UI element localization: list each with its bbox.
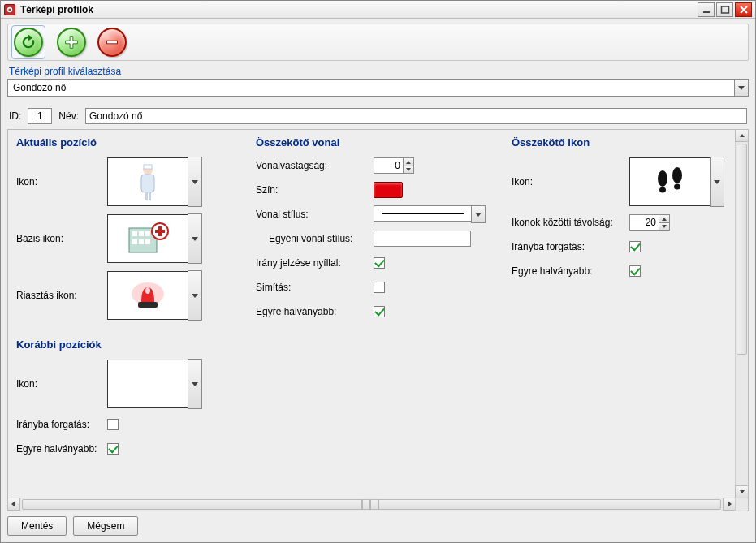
toolbar bbox=[7, 24, 749, 61]
horizontal-scrollbar[interactable]: ┃┃┃ bbox=[8, 498, 735, 511]
profile-select[interactable] bbox=[7, 79, 749, 97]
svg-marker-27 bbox=[11, 501, 15, 507]
svg-rect-7 bbox=[141, 175, 154, 192]
chevron-down-icon bbox=[192, 382, 198, 386]
svg-point-25 bbox=[672, 167, 682, 183]
scroll-up-button[interactable] bbox=[735, 129, 749, 142]
svg-rect-11 bbox=[132, 231, 137, 236]
base-icon-preview bbox=[107, 214, 188, 263]
svg-point-24 bbox=[659, 187, 666, 193]
id-field[interactable] bbox=[28, 108, 52, 124]
line-style-preview bbox=[374, 205, 471, 222]
hospital-icon bbox=[126, 220, 170, 257]
close-button[interactable] bbox=[735, 2, 752, 17]
svg-rect-3 bbox=[721, 6, 728, 13]
chevron-left-icon bbox=[11, 501, 17, 507]
profile-select-dropdown-button[interactable] bbox=[734, 79, 749, 97]
svg-rect-8 bbox=[145, 192, 148, 200]
id-label: ID: bbox=[9, 110, 21, 122]
line-color-label: Szín: bbox=[256, 184, 374, 196]
line-arrow-label: Irány jelzése nyíllal: bbox=[256, 257, 374, 269]
line-custom-style-input[interactable] bbox=[374, 231, 471, 247]
spinner-down-button[interactable] bbox=[659, 222, 670, 231]
line-style-select[interactable] bbox=[374, 205, 486, 223]
chevron-down-icon bbox=[192, 294, 198, 298]
svg-point-23 bbox=[658, 170, 667, 187]
svg-rect-4 bbox=[107, 41, 118, 44]
previous-rotate-checkbox[interactable] bbox=[107, 419, 119, 430]
previous-icon-dropdown[interactable] bbox=[188, 359, 202, 409]
alarm-icon-dropdown[interactable] bbox=[188, 270, 202, 321]
previous-fade-label: Egyre halványabb: bbox=[16, 443, 107, 455]
settings-scroll-panel: Aktuális pozíció Ikon: bbox=[7, 129, 749, 511]
line-thickness-spinner[interactable] bbox=[374, 157, 414, 174]
conn-distance-spinner[interactable] bbox=[629, 214, 670, 231]
chevron-up-icon bbox=[740, 134, 745, 137]
section-line-title: Összekötő vonal bbox=[256, 136, 495, 149]
scroll-down-button[interactable] bbox=[735, 485, 749, 498]
previous-fade-checkbox[interactable] bbox=[107, 443, 119, 455]
window: Térképi profilok Tér bbox=[0, 0, 756, 543]
current-icon-label: Ikon: bbox=[16, 176, 107, 187]
section-current-title: Aktuális pozíció bbox=[16, 136, 240, 149]
current-icon-dropdown[interactable] bbox=[188, 157, 202, 207]
scroll-corner bbox=[735, 498, 748, 511]
maximize-button[interactable] bbox=[716, 2, 733, 17]
chevron-down-icon bbox=[738, 86, 745, 90]
conn-rotate-checkbox[interactable] bbox=[629, 241, 641, 252]
svg-rect-13 bbox=[145, 231, 150, 236]
alarm-icon-label: Riasztás ikon: bbox=[16, 290, 107, 301]
svg-point-26 bbox=[674, 184, 680, 190]
remove-button[interactable] bbox=[97, 28, 127, 57]
line-smooth-checkbox[interactable] bbox=[374, 282, 385, 293]
svg-rect-14 bbox=[132, 239, 137, 244]
previous-icon-preview bbox=[107, 360, 188, 408]
conn-distance-value[interactable] bbox=[629, 214, 659, 231]
chevron-down-icon bbox=[714, 180, 720, 184]
conn-fade-label: Egyre halványabb: bbox=[512, 265, 629, 277]
scroll-left-button[interactable] bbox=[7, 498, 20, 511]
chevron-down-icon bbox=[406, 168, 411, 171]
base-icon-dropdown[interactable] bbox=[188, 213, 202, 264]
conn-icon-dropdown[interactable] bbox=[710, 157, 724, 207]
previous-rotate-label: Irányba forgatás: bbox=[16, 419, 107, 430]
profile-select-value[interactable] bbox=[7, 79, 734, 97]
chevron-down-icon bbox=[662, 225, 667, 228]
line-thickness-value[interactable] bbox=[374, 157, 403, 174]
svg-rect-16 bbox=[145, 239, 150, 244]
spinner-up-button[interactable] bbox=[403, 157, 414, 166]
section-previous-title: Korábbi pozíciók bbox=[16, 338, 240, 351]
conn-fade-checkbox[interactable] bbox=[629, 265, 641, 277]
cancel-button[interactable]: Mégsem bbox=[73, 516, 138, 536]
svg-point-21 bbox=[145, 287, 150, 294]
current-icon-preview bbox=[107, 157, 188, 206]
svg-rect-6 bbox=[144, 165, 152, 169]
svg-rect-12 bbox=[139, 231, 144, 236]
profile-select-label: Térképi profil kiválasztása bbox=[9, 66, 749, 77]
line-fade-checkbox[interactable] bbox=[374, 306, 385, 317]
chevron-up-icon bbox=[662, 218, 667, 221]
line-style-label: Vonal stílus: bbox=[256, 209, 374, 220]
name-field[interactable] bbox=[85, 108, 747, 124]
chevron-right-icon bbox=[726, 501, 732, 507]
chevron-down-icon bbox=[740, 490, 745, 493]
alarm-icon-preview bbox=[107, 271, 188, 320]
spinner-up-button[interactable] bbox=[659, 214, 670, 222]
save-button[interactable]: Mentés bbox=[7, 516, 67, 536]
refresh-button[interactable] bbox=[14, 28, 43, 57]
line-color-picker[interactable] bbox=[374, 182, 403, 198]
svg-rect-2 bbox=[703, 11, 710, 13]
previous-icon-label: Ikon: bbox=[16, 378, 107, 390]
scroll-right-button[interactable] bbox=[723, 498, 736, 511]
vscroll-thumb[interactable] bbox=[737, 144, 747, 355]
minimize-button[interactable] bbox=[698, 2, 715, 17]
chevron-down-icon bbox=[192, 180, 198, 184]
vertical-scrollbar[interactable] bbox=[735, 130, 748, 498]
hscroll-thumb[interactable]: ┃┃┃ bbox=[22, 499, 721, 510]
plus-icon bbox=[63, 33, 80, 51]
siren-icon bbox=[127, 278, 168, 313]
line-arrow-checkbox[interactable] bbox=[374, 257, 385, 269]
line-style-dropdown-button[interactable] bbox=[471, 205, 486, 223]
add-button[interactable] bbox=[57, 28, 86, 57]
spinner-down-button[interactable] bbox=[403, 166, 414, 174]
